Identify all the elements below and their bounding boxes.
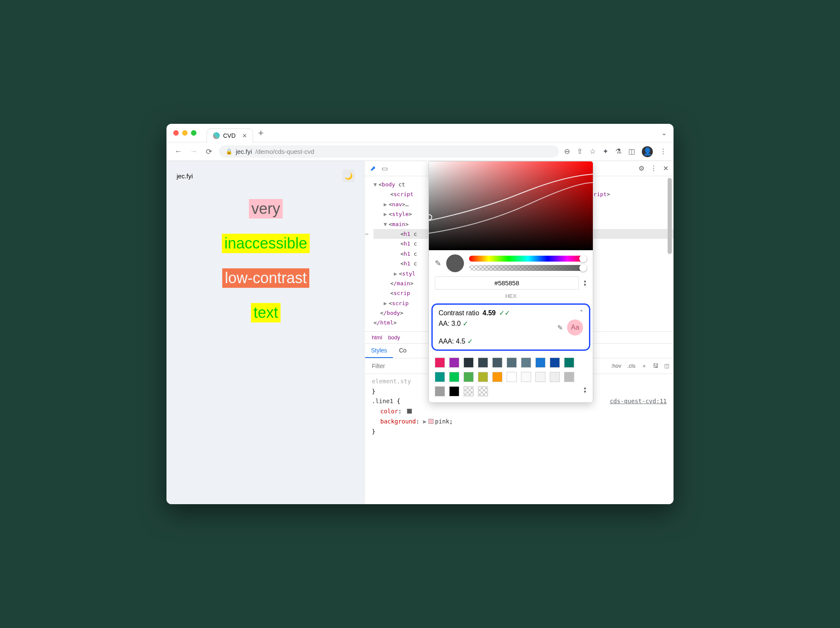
contrast-sample: Aa <box>567 319 583 336</box>
hov-button[interactable]: :hov <box>611 363 622 369</box>
styles-tab[interactable]: Styles <box>365 344 393 358</box>
bookmark-icon[interactable]: ☆ <box>589 147 596 156</box>
cls-button[interactable]: .cls <box>627 363 636 369</box>
reload-button[interactable]: ⟳ <box>204 147 214 157</box>
theme-toggle[interactable]: 🌙 <box>342 169 355 182</box>
favicon-icon <box>213 132 220 139</box>
palette-swatch-empty[interactable] <box>464 386 474 396</box>
palette-swatch[interactable] <box>449 386 459 396</box>
toolbar-icons: ⊖ ⇧ ☆ ✦ ⚗ ◫ 👤 ⋮ <box>564 146 667 157</box>
background-swatch[interactable] <box>428 419 434 424</box>
traffic-lights <box>173 130 196 136</box>
close-window-button[interactable] <box>173 130 179 136</box>
url-domain: jec.fyi <box>236 148 252 155</box>
heading-line2: inaccessible <box>222 234 310 253</box>
contrast-collapse-icon[interactable]: ˄ <box>580 309 583 317</box>
palette-swatch[interactable] <box>478 372 488 382</box>
heading-line3: low-contrast <box>222 268 309 288</box>
color-spectrum[interactable] <box>429 161 593 250</box>
titlebar: CVD × + ⌄ <box>166 124 674 142</box>
hex-input[interactable] <box>435 276 579 289</box>
palette-swatch[interactable] <box>449 358 459 368</box>
menu-icon[interactable]: ⋮ <box>660 147 667 156</box>
palette-swatch-empty[interactable] <box>478 386 488 396</box>
aaa-label: AAA: 4.5 <box>439 338 465 345</box>
current-color-swatch <box>446 254 464 272</box>
heading-line4: text <box>251 303 281 322</box>
palette-swatch[interactable] <box>464 358 474 368</box>
palette-swatch[interactable] <box>507 358 517 368</box>
format-switcher[interactable]: ▲▼ <box>583 279 587 287</box>
new-tab-button[interactable]: + <box>258 128 264 139</box>
color-swatch[interactable] <box>407 409 412 414</box>
settings-icon[interactable]: ⚙ <box>638 164 644 172</box>
close-devtools-icon[interactable]: ✕ <box>663 164 668 172</box>
url-path: /demo/cds-quest-cvd <box>255 148 314 155</box>
palette-swatch[interactable] <box>507 372 517 382</box>
lock-icon: 🔒 <box>226 148 232 155</box>
save-style-icon[interactable]: 🖫 <box>653 363 658 369</box>
contrast-value: 4.59 <box>483 309 496 317</box>
hue-thumb[interactable] <box>579 255 587 262</box>
new-style-button[interactable]: ＋ <box>641 362 647 370</box>
palette-swatch[interactable] <box>550 358 560 368</box>
maximize-window-button[interactable] <box>191 130 196 136</box>
contrast-eyedropper-icon[interactable]: ✎ <box>557 324 563 332</box>
tab-title: CVD <box>223 132 236 139</box>
address-bar[interactable]: 🔒 jec.fyi/demo/cds-quest-cvd <box>219 145 559 158</box>
computed-tab[interactable]: Co <box>393 344 412 358</box>
extensions-icon[interactable]: ✦ <box>603 147 608 156</box>
close-tab-icon[interactable]: × <box>243 131 247 140</box>
eyedropper-icon[interactable]: ✎ <box>435 259 441 268</box>
palette-swatch[interactable] <box>435 358 445 368</box>
site-name[interactable]: jec.fyi <box>177 172 193 180</box>
palette-swatch[interactable] <box>550 372 560 382</box>
palette-swatch[interactable] <box>478 358 488 368</box>
palette-switcher[interactable]: ▲▼ <box>583 386 587 394</box>
share-icon[interactable]: ⇧ <box>577 147 583 156</box>
minimize-window-button[interactable] <box>182 130 188 136</box>
color-palette: ▲▼ <box>429 353 593 402</box>
url-bar: ← → ⟳ 🔒 jec.fyi/demo/cds-quest-cvd ⊖ ⇧ ☆… <box>166 142 674 161</box>
content: jec.fyi 🌙 very inaccessible low-contrast… <box>166 161 674 504</box>
browser-window: CVD × + ⌄ ← → ⟳ 🔒 jec.fyi/demo/cds-quest… <box>166 124 674 504</box>
palette-swatch[interactable] <box>435 372 445 382</box>
palette-swatch[interactable] <box>449 372 459 382</box>
scrollbar-thumb[interactable] <box>668 178 672 254</box>
palette-swatch[interactable] <box>492 372 502 382</box>
alpha-thumb[interactable] <box>579 264 587 272</box>
palette-swatch[interactable] <box>564 358 574 368</box>
tabs-dropdown-icon[interactable]: ⌄ <box>661 129 667 137</box>
scrollbar[interactable] <box>668 178 673 500</box>
palette-swatch[interactable] <box>521 372 531 382</box>
more-icon[interactable]: ⋮ <box>650 164 657 172</box>
palette-swatch[interactable] <box>521 358 531 368</box>
palette-swatch[interactable] <box>564 372 574 382</box>
browser-tab[interactable]: CVD × <box>207 128 253 143</box>
contrast-ratio-section: Contrast ratio 4.59 ✓✓ ˄ AA: 3.0 ✓ ✎ Aa … <box>431 303 590 351</box>
palette-swatch[interactable] <box>492 358 502 368</box>
device-toggle-icon[interactable]: ▭ <box>382 164 388 172</box>
hue-slider[interactable] <box>469 256 587 262</box>
aa-label: AA: 3.0 <box>439 320 461 327</box>
palette-swatch[interactable] <box>535 372 545 382</box>
zoom-icon[interactable]: ⊖ <box>564 147 570 156</box>
source-link[interactable]: cds-quest-cvd:11 <box>610 396 667 407</box>
back-button[interactable]: ← <box>173 147 183 157</box>
alpha-slider[interactable] <box>469 265 587 271</box>
rendered-page: jec.fyi 🌙 very inaccessible low-contrast… <box>166 161 365 504</box>
labs-icon[interactable]: ⚗ <box>615 147 622 156</box>
format-label: HEX <box>429 293 593 299</box>
inspect-icon[interactable]: ⬈ <box>370 164 376 172</box>
heading-line1: very <box>249 199 283 218</box>
profile-avatar[interactable]: 👤 <box>642 146 653 157</box>
palette-swatch[interactable] <box>535 358 545 368</box>
contrast-label: Contrast ratio <box>439 309 479 317</box>
forward-button[interactable]: → <box>188 147 199 157</box>
contrast-checks-icon: ✓✓ <box>499 309 510 317</box>
palette-swatch[interactable] <box>435 386 445 396</box>
palette-swatch[interactable] <box>464 372 474 382</box>
sidepanel-icon[interactable]: ◫ <box>628 147 635 156</box>
aa-check-icon: ✓ <box>463 320 468 327</box>
aaa-check-icon: ✓ <box>467 338 473 345</box>
